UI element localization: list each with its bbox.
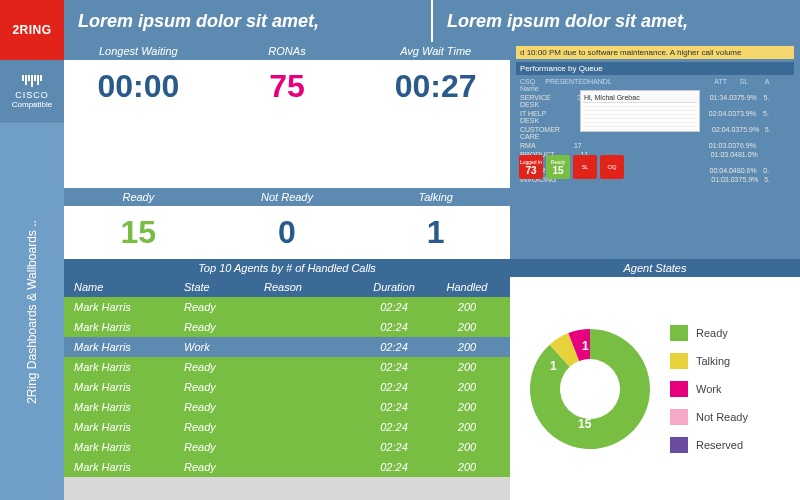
status-badge: Logged In73 [519, 155, 543, 179]
legend-item: Ready [670, 325, 790, 341]
table-row[interactable]: Mark HarrisWork02:24200 [64, 337, 510, 357]
table-row[interactable]: Mark HarrisReady02:24200 [64, 317, 510, 337]
agents-title: Top 10 Agents by # of Handled Calls [64, 259, 510, 277]
status-badge: Ready15 [546, 155, 570, 179]
agents-table: Top 10 Agents by # of Handled Calls Name… [64, 259, 510, 500]
kpi-label: Ready [64, 188, 213, 206]
performance-panel: d 10:00 PM due to software maintenance. … [510, 42, 800, 188]
table-header: NameStateReasonDurationHandled [64, 277, 510, 297]
kpi-not-ready: 0 [213, 214, 362, 251]
status-badge: SL [573, 155, 597, 179]
header-left: Lorem ipsum dolor sit amet, [64, 0, 433, 42]
kpi-row-2: Ready Not Ready Talking 15 0 1 [64, 188, 800, 259]
agent-states-panel: Agent States 15 1 1 ReadyTalkingWorkNot … [510, 259, 800, 500]
legend-item: Talking [670, 353, 790, 369]
sidebar-title: 2Ring Dashboards & Wallboards .. [0, 124, 64, 500]
app-root: 2RING CISCO Compatible 2Ring Dashboards … [0, 0, 800, 500]
bottom-row: Top 10 Agents by # of Handled Calls Name… [64, 259, 800, 500]
ticker: d 10:00 PM due to software maintenance. … [516, 46, 794, 59]
kpi-label: RONAs [213, 42, 362, 60]
kpi-longest-waiting: 00:00 [64, 68, 213, 105]
kpi-ronas: 75 [213, 68, 362, 105]
cisco-brand: CISCO [15, 90, 49, 100]
legend-item: Work [670, 381, 790, 397]
header-row: Lorem ipsum dolor sit amet, Lorem ipsum … [64, 0, 800, 42]
legend-item: Not Ready [670, 409, 790, 425]
table-row[interactable]: Mark HarrisReady02:24200 [64, 437, 510, 457]
table-row[interactable]: Mark HarrisReady02:24200 [64, 417, 510, 437]
chart-area: 15 1 1 ReadyTalkingWorkNot ReadyReserved [510, 277, 800, 500]
header-right: Lorem ipsum dolor sit amet, [433, 0, 800, 42]
table-row[interactable]: Mark HarrisReady02:24200 [64, 377, 510, 397]
kpi-label: Avg Wait Time [361, 42, 510, 60]
table-row[interactable]: Mark HarrisReady02:24200 [64, 357, 510, 377]
table-row[interactable]: Mark HarrisReady02:24200 [64, 397, 510, 417]
states-title: Agent States [510, 259, 800, 277]
kpi-ready: 15 [64, 214, 213, 251]
kpi-row-1: Longest Waiting RONAs Avg Wait Time 00:0… [64, 42, 800, 188]
agent-popup: Hi, Michal Grebac [580, 90, 700, 132]
kpi-talking: 1 [361, 214, 510, 251]
legend-item: Reserved [670, 437, 790, 453]
sidebar: 2RING CISCO Compatible 2Ring Dashboards … [0, 0, 64, 500]
kpi-block-1: Longest Waiting RONAs Avg Wait Time 00:0… [64, 42, 510, 188]
kpi-label: Longest Waiting [64, 42, 213, 60]
kpi-block-2: Ready Not Ready Talking 15 0 1 [64, 188, 510, 259]
cisco-compat: Compatible [12, 100, 52, 109]
logo-cisco: CISCO Compatible [0, 60, 64, 124]
logo-2ring: 2RING [0, 0, 64, 60]
perf-panel-lower [510, 188, 800, 259]
perf-title: Performance by Queue [516, 62, 794, 75]
main-content: Lorem ipsum dolor sit amet, Lorem ipsum … [64, 0, 800, 500]
donut-chart: 15 1 1 [520, 319, 660, 459]
kpi-avg-wait: 00:27 [361, 68, 510, 105]
cisco-icon [22, 75, 42, 87]
legend: ReadyTalkingWorkNot ReadyReserved [660, 325, 790, 453]
donut-label-work: 1 [550, 359, 557, 373]
donut-label-talking: 1 [582, 339, 589, 353]
table-row[interactable]: Mark HarrisReady02:24200 [64, 457, 510, 477]
donut-label-ready: 15 [578, 417, 591, 431]
table-row[interactable]: Mark HarrisReady02:24200 [64, 297, 510, 317]
kpi-label: Talking [361, 188, 510, 206]
kpi-label: Not Ready [213, 188, 362, 206]
perf-row: RMA1701:03.0376.9% [516, 141, 794, 150]
status-badge: CIQ [600, 155, 624, 179]
